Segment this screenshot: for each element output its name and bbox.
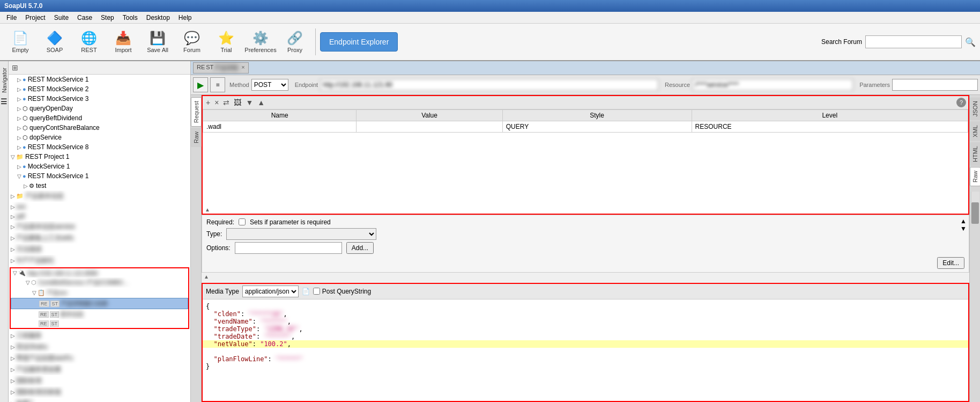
tab-html[interactable]: HTML xyxy=(970,142,981,166)
resize-arrow-params[interactable]: ▲ xyxy=(203,206,968,214)
navigator-expand-icon[interactable]: ☰ xyxy=(1,97,8,106)
proxy-label: Proxy xyxy=(287,47,302,53)
menu-case[interactable]: Case xyxy=(73,13,96,23)
tab-request[interactable]: Request xyxy=(191,97,202,127)
collapse-param-button[interactable]: ▲ xyxy=(256,97,266,108)
run-button[interactable]: ▶ xyxy=(193,77,208,92)
col-name: Name xyxy=(203,110,357,121)
list-item[interactable]: ▷ ● MockService 1 xyxy=(9,162,190,171)
list-item[interactable]: ▷ ● REST MockService 3 xyxy=(9,94,190,104)
remove-param-button[interactable]: × xyxy=(213,97,220,108)
list-item[interactable]: ▷ 国际标准 xyxy=(9,375,190,386)
type-select[interactable] xyxy=(226,228,376,240)
endpoint-explorer-button[interactable]: Endpoint Explorer xyxy=(320,32,398,52)
list-item[interactable]: RE ST 基本信息 xyxy=(11,309,188,319)
method-select[interactable]: POST GET PUT DELETE xyxy=(251,79,288,91)
list-item[interactable]: ▽ 🔌 http://192.168.11.121:8080 xyxy=(11,268,188,277)
rest-button[interactable]: 🌐 REST xyxy=(73,26,105,58)
options-input[interactable] xyxy=(235,242,342,254)
help-button[interactable]: ? xyxy=(956,98,966,107)
list-item[interactable]: ▽ 📋 产品xxx xyxy=(11,288,188,298)
forum-button[interactable]: 💬 Forum xyxy=(176,26,208,58)
tab-raw-right[interactable]: Raw xyxy=(970,167,981,186)
required-checkbox[interactable] xyxy=(239,218,246,225)
list-item[interactable]: ▷ 📁 产品基本信息 xyxy=(9,191,190,202)
search-forum-input[interactable] xyxy=(865,35,962,48)
menu-bar: File Project Suite Case Step Tools Deskt… xyxy=(0,12,980,24)
menu-project[interactable]: Project xyxy=(21,13,49,23)
list-item[interactable]: ▷ 季度产品划更eenFu xyxy=(9,353,190,364)
list-item[interactable]: ▷ 产品服务更改量 xyxy=(9,364,190,375)
proxy-button[interactable]: 🔗 Proxy xyxy=(279,26,311,58)
add-param-button[interactable]: + xyxy=(205,97,211,108)
preferences-button[interactable]: ⚙️ Preferences xyxy=(244,26,277,58)
list-item[interactable]: ▽ ⬡ CombBeftService /产品/COMBO… xyxy=(11,277,188,288)
close-tab-icon[interactable]: × xyxy=(241,64,244,72)
list-item[interactable]: ▽ ● REST MockService 1 xyxy=(9,171,190,181)
list-item[interactable]: ▷ ⬡ queryBeftDividend xyxy=(9,113,190,123)
resource-input[interactable] xyxy=(692,79,853,91)
params-input[interactable] xyxy=(892,79,978,91)
list-item[interactable]: ▷ 产品募集上工夫eefu xyxy=(9,232,190,244)
search-forum-label: Search Forum xyxy=(821,38,862,46)
cancel-button[interactable]: ■ xyxy=(210,77,225,92)
tab-json[interactable]: JSON xyxy=(970,97,981,120)
import-button[interactable]: 📥 Import xyxy=(107,26,139,58)
expand-param-button[interactable]: ▼ xyxy=(244,97,254,108)
scrollbar-thumb[interactable] xyxy=(971,202,979,224)
menu-suite[interactable]: Suite xyxy=(50,13,73,23)
list-item[interactable]: ▷ ⚙ test xyxy=(9,181,190,191)
trial-button[interactable]: ⭐ Trial xyxy=(210,26,242,58)
file-icon[interactable]: 📄 xyxy=(302,288,310,295)
tree-panel[interactable]: ⊞ ▷ ● REST MockService 1 ▷ ● REST MockSe… xyxy=(9,61,191,402)
scroll-up-button[interactable]: ▲ xyxy=(960,217,967,225)
media-type-select[interactable]: application/json application/xml text/pl… xyxy=(242,286,299,297)
list-item[interactable]: ▷ 备案7 xyxy=(9,398,190,402)
menu-file[interactable]: File xyxy=(2,13,21,23)
list-item[interactable]: ▷ ydf xyxy=(9,211,190,221)
resize-arrow-body[interactable]: ▲ xyxy=(202,273,969,281)
menu-step[interactable]: Step xyxy=(96,13,118,23)
image-param-button[interactable]: 🖼 xyxy=(233,97,242,108)
rest-tab-label[interactable]: RE ST 产品详情 × xyxy=(193,62,249,74)
left-tab-strip: Request Raw xyxy=(191,95,202,402)
add-option-button[interactable]: Add... xyxy=(346,242,374,254)
list-item[interactable]: RE ST xyxy=(11,319,188,328)
menu-tools[interactable]: Tools xyxy=(118,13,142,23)
table-row[interactable]: .wadl QUERY RESOURCE xyxy=(203,121,968,133)
list-item[interactable]: ▷ ● REST MockService 8 xyxy=(9,142,190,152)
tab-xml[interactable]: XML xyxy=(970,121,981,141)
list-item[interactable]: ▷ 营业Shahu xyxy=(9,341,190,353)
list-item[interactable]: ▷ ⬡ dopService xyxy=(9,133,190,142)
list-item[interactable]: ▷ ● REST MockService 1 xyxy=(9,75,190,84)
edit-button[interactable]: Edit... xyxy=(937,257,964,269)
list-item[interactable]: ▽ 📁 REST Project 1 xyxy=(9,152,190,162)
list-item[interactable]: ▷ 中产产品标红 xyxy=(9,255,190,266)
soap-button[interactable]: 🔷 SOAP xyxy=(39,26,71,58)
list-item[interactable]: RE ST 产品详情接口名称 xyxy=(11,298,188,309)
list-item[interactable]: ▷ 工程服务 xyxy=(9,330,190,341)
empty-button[interactable]: 📄 Empty xyxy=(4,26,36,58)
title-bar: SoapUI 5.7.0 xyxy=(0,0,980,12)
list-item[interactable]: ▷ ⬡ queryOpenDay xyxy=(9,104,190,113)
save-all-button[interactable]: 💾 Save All xyxy=(142,26,174,58)
vertical-scrollbar[interactable] xyxy=(971,192,979,224)
app-title: SoapUI 5.7.0 xyxy=(4,2,42,10)
scroll-down-button[interactable]: ▼ xyxy=(960,225,967,232)
tree-expand-all[interactable]: ⊞ xyxy=(11,62,19,73)
menu-desktop[interactable]: Desktop xyxy=(142,13,174,23)
cell-name: .wadl xyxy=(203,121,357,133)
menu-help[interactable]: Help xyxy=(174,13,196,23)
list-item[interactable]: ▷ ⬡ queryContShareBalance xyxy=(9,123,190,133)
endpoint-input[interactable] xyxy=(320,79,658,91)
list-item[interactable]: ▷ 国际标准目标值 xyxy=(9,386,190,398)
tab-raw-left[interactable]: Raw xyxy=(191,128,202,147)
cell-style: QUERY xyxy=(502,121,692,133)
list-item[interactable]: ▷ xxx xyxy=(9,202,190,211)
post-querystring-checkbox[interactable] xyxy=(313,288,320,295)
list-item[interactable]: ▷ ● REST MockService 2 xyxy=(9,84,190,94)
preferences-icon: ⚙️ xyxy=(253,31,269,46)
move-param-button[interactable]: ⇄ xyxy=(222,97,231,108)
list-item[interactable]: ▷ 产品基本信息service xyxy=(9,221,190,232)
list-item[interactable]: ▷ 方法描述 xyxy=(9,244,190,255)
